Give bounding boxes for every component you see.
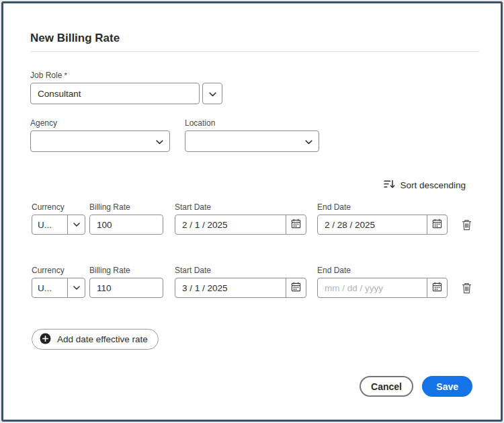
currency-label: Currency	[32, 266, 65, 275]
location-input[interactable]	[185, 131, 298, 151]
start-date-label: Start Date	[175, 202, 211, 212]
billing-rate-field[interactable]	[89, 215, 163, 235]
start-date-field[interactable]	[175, 278, 306, 298]
currency-select[interactable]: U...	[32, 215, 85, 235]
end-date-calendar-button[interactable]	[427, 215, 447, 234]
location-field[interactable]	[185, 130, 319, 152]
divider	[30, 51, 479, 52]
calendar-icon	[291, 219, 301, 231]
save-button[interactable]: Save	[422, 376, 472, 397]
start-date-calendar-button[interactable]	[286, 278, 306, 297]
required-asterisk: *	[64, 71, 67, 79]
chevron-down-icon	[67, 278, 85, 297]
start-date-calendar-button[interactable]	[286, 215, 306, 234]
end-date-field[interactable]	[317, 215, 448, 235]
calendar-icon	[291, 282, 301, 294]
add-circle-icon	[40, 333, 51, 346]
end-date-calendar-button[interactable]	[427, 278, 447, 297]
start-date-input[interactable]	[175, 215, 286, 234]
job-role-field[interactable]	[30, 83, 200, 104]
start-date-input[interactable]	[175, 278, 286, 297]
job-role-dropdown-button[interactable]	[202, 83, 222, 104]
dialog-title: New Billing Rate	[30, 32, 120, 45]
location-dropdown-button[interactable]	[298, 131, 319, 151]
rate-row: Currency Billing Rate Start Date End Dat…	[3, 202, 501, 251]
agency-dropdown-button[interactable]	[149, 131, 169, 151]
cancel-button[interactable]: Cancel	[360, 376, 413, 397]
end-date-input[interactable]	[318, 278, 427, 297]
currency-value: U...	[32, 220, 67, 230]
billing-rate-field[interactable]	[89, 278, 163, 298]
sort-descending-label: Sort descending	[400, 180, 466, 190]
calendar-icon	[432, 219, 442, 231]
delete-rate-button[interactable]	[460, 281, 473, 297]
end-date-label: End Date	[317, 266, 351, 275]
chevron-down-icon	[209, 89, 216, 99]
rate-row: Currency Billing Rate Start Date End Dat…	[3, 266, 501, 314]
currency-value: U...	[32, 283, 67, 293]
chevron-down-icon	[156, 137, 163, 147]
agency-field[interactable]	[30, 130, 170, 152]
sort-descending-icon	[384, 180, 395, 191]
start-date-field[interactable]	[175, 215, 306, 235]
location-label: Location	[185, 118, 215, 128]
job-role-input[interactable]	[31, 83, 199, 104]
end-date-input[interactable]	[318, 215, 427, 234]
billing-rate-label: Billing Rate	[89, 266, 130, 275]
trash-icon	[462, 286, 472, 296]
end-date-label: End Date	[317, 202, 351, 212]
sort-descending-button[interactable]: Sort descending	[384, 180, 466, 191]
currency-select[interactable]: U...	[32, 278, 85, 298]
chevron-down-icon	[305, 137, 312, 147]
billing-rate-label: Billing Rate	[89, 202, 130, 212]
agency-input[interactable]	[31, 131, 149, 151]
job-role-label: Job Role*	[30, 71, 67, 80]
start-date-label: Start Date	[175, 266, 211, 275]
add-date-effective-rate-label: Add date effective rate	[57, 334, 148, 344]
chevron-down-icon	[67, 215, 85, 234]
trash-icon	[462, 223, 472, 233]
currency-label: Currency	[32, 202, 65, 212]
delete-rate-button[interactable]	[460, 218, 473, 234]
end-date-field[interactable]	[317, 278, 448, 298]
billing-rate-input[interactable]	[90, 215, 163, 234]
add-date-effective-rate-button[interactable]: Add date effective rate	[32, 329, 159, 350]
agency-label: Agency	[30, 118, 57, 128]
calendar-icon	[432, 282, 442, 294]
billing-rate-input[interactable]	[90, 278, 163, 297]
new-billing-rate-dialog: New Billing Rate Job Role* Agency Locati…	[1, 1, 503, 422]
